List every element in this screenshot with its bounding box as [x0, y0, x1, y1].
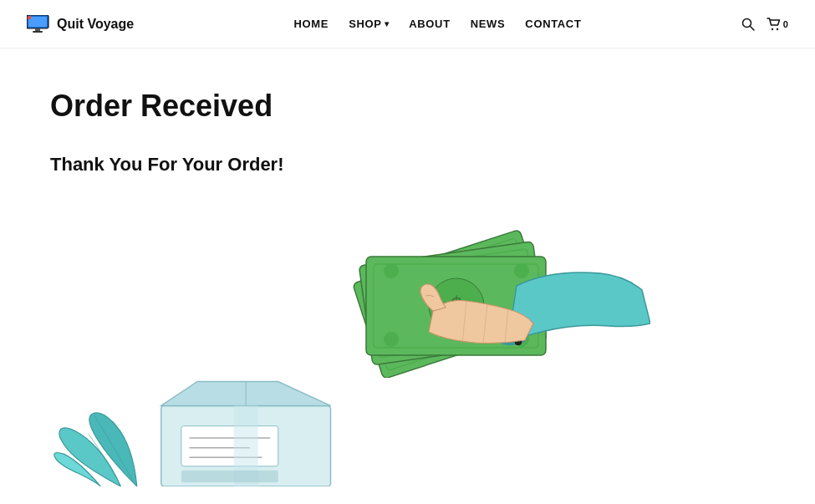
svg-point-26 — [514, 263, 529, 278]
nav-shop[interactable]: SHOP ▾ — [349, 18, 389, 30]
search-button[interactable] — [741, 18, 755, 31]
svg-point-27 — [384, 332, 399, 347]
search-icon — [741, 18, 755, 31]
cart-count: 0 — [783, 19, 788, 29]
svg-rect-41 — [181, 471, 278, 482]
svg-point-7 — [772, 28, 773, 29]
chevron-down-icon: ▾ — [385, 19, 390, 28]
svg-line-6 — [750, 26, 754, 30]
svg-rect-36 — [181, 426, 278, 466]
cart-icon — [767, 18, 782, 31]
header-actions: 0 — [741, 18, 788, 31]
site-header: Quit Voyage HOME SHOP ▾ ABOUT NEWS CONTA… — [0, 0, 815, 48]
thank-you-heading: Thank You For Your Order! — [50, 154, 765, 176]
svg-rect-4 — [28, 16, 31, 19]
illustration-area: $ $ $ — [50, 202, 765, 486]
logo-icon — [27, 15, 50, 33]
main-content: Order Received Thank You For Your Order!… — [0, 48, 815, 486]
page-title: Order Received — [50, 89, 765, 124]
cart-button[interactable]: 0 — [767, 18, 788, 31]
svg-rect-3 — [33, 31, 43, 33]
nav-news[interactable]: NEWS — [471, 18, 506, 30]
nav-home[interactable]: HOME — [294, 18, 329, 30]
money-hand-illustration: $ $ $ — [266, 202, 650, 378]
nav-contact[interactable]: CONTACT — [525, 18, 581, 30]
svg-rect-1 — [28, 17, 47, 27]
svg-point-8 — [777, 28, 778, 29]
svg-point-25 — [384, 263, 399, 278]
logo-text: Quit Voyage — [57, 17, 134, 32]
main-nav: HOME SHOP ▾ ABOUT NEWS CONTACT — [294, 18, 582, 30]
logo[interactable]: Quit Voyage — [27, 15, 134, 33]
box-plant-illustration — [50, 369, 401, 486]
svg-rect-2 — [35, 28, 40, 31]
nav-about[interactable]: ABOUT — [409, 18, 450, 30]
